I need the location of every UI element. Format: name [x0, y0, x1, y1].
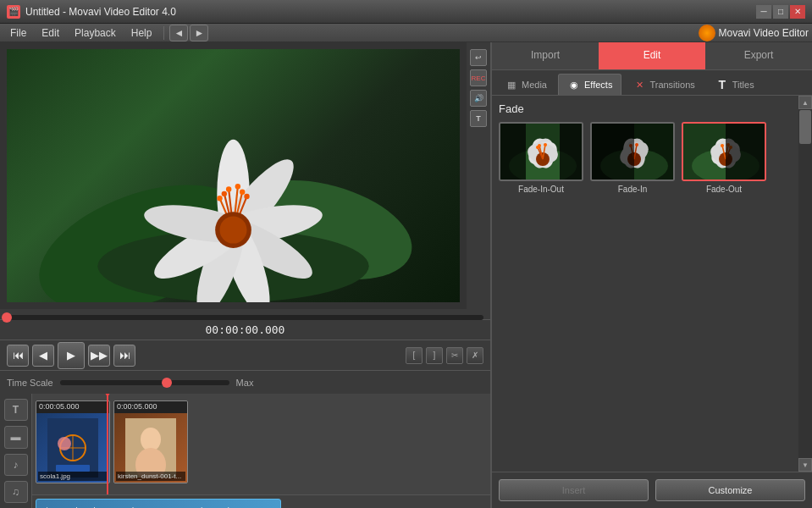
- rewind-ctrl[interactable]: ↩: [470, 49, 487, 66]
- svg-rect-73: [726, 124, 766, 181]
- clip1-time: 0:00:05.000: [36, 401, 109, 413]
- svg-point-18: [235, 184, 240, 189]
- scroll-down-button[interactable]: ▼: [798, 458, 812, 472]
- svg-point-19: [222, 191, 227, 196]
- fade-in-out-thumb: [499, 122, 583, 181]
- menu-bar: File Edit Playback Help ◄ ► Movavi Video…: [0, 24, 812, 42]
- panel-body: Fade: [492, 96, 812, 472]
- svg-point-20: [240, 190, 245, 195]
- svg-point-58: [635, 143, 638, 146]
- svg-point-24: [219, 217, 246, 244]
- window-title: Untitled - Movavi Video Editor 4.0: [25, 6, 756, 18]
- tab-export[interactable]: Export: [705, 42, 812, 69]
- undo-button[interactable]: ◄: [169, 25, 188, 41]
- rec-ctrl[interactable]: REC: [470, 69, 487, 86]
- effect-fade-in[interactable]: Fade-In: [590, 122, 675, 194]
- playhead: [107, 394, 108, 494]
- menu-file[interactable]: File: [3, 25, 33, 41]
- mark-in-button[interactable]: [: [406, 347, 423, 364]
- scroll-track[interactable]: [798, 109, 812, 458]
- subtab-media[interactable]: ▦ Media: [495, 74, 556, 95]
- timescale-slider[interactable]: [60, 380, 229, 385]
- panel-content: Fade: [492, 96, 798, 472]
- scroll-thumb[interactable]: [799, 110, 811, 144]
- close-button[interactable]: ✕: [790, 5, 805, 19]
- svg-point-30: [58, 437, 71, 450]
- svg-point-45: [544, 143, 547, 146]
- progress-track[interactable]: [7, 315, 483, 320]
- progress-thumb[interactable]: [2, 312, 12, 323]
- flower-svg: [7, 49, 460, 302]
- title-bar: 🎬 Untitled - Movavi Video Editor 4.0 ─ □…: [0, 0, 812, 24]
- subtab-titles-label: Titles: [732, 80, 754, 90]
- video-preview: [7, 49, 460, 302]
- effects-grid: Fade-In-Out: [499, 122, 792, 194]
- split-button[interactable]: ✂: [446, 347, 463, 364]
- subtab-transitions[interactable]: ✕ Transitions: [623, 74, 704, 95]
- tab-import[interactable]: Import: [492, 42, 599, 69]
- skip-to-end-button[interactable]: ⏭: [113, 345, 135, 367]
- effect-fade-in-out[interactable]: Fade-In-Out: [499, 122, 583, 194]
- menu-edit[interactable]: Edit: [35, 25, 66, 41]
- text-ctrl[interactable]: T: [470, 110, 487, 127]
- video-track-tool[interactable]: ▬: [4, 426, 28, 448]
- edit-subtabs: ▦ Media ◉ Effects ✕ Transitions T Titles: [492, 70, 812, 96]
- scroll-up-button[interactable]: ▲: [798, 96, 812, 109]
- app-icon: 🎬: [7, 5, 20, 19]
- audio-tool-2[interactable]: ♫: [4, 481, 28, 503]
- subtab-titles[interactable]: T Titles: [706, 74, 764, 95]
- audio-clip[interactable]: Fiona Apple- Why Try To Change Me Now.mp…: [36, 499, 281, 508]
- delete-clip-button[interactable]: ✗: [467, 347, 483, 364]
- video-clip-1[interactable]: 0:00:05.000 scola1.jpg: [36, 400, 110, 483]
- minimize-button[interactable]: ─: [756, 5, 771, 19]
- timeline-content: 0:00:05.000 scola1.jpg: [32, 394, 490, 508]
- maximize-button[interactable]: □: [773, 5, 788, 19]
- window-controls: ─ □ ✕: [756, 5, 805, 19]
- svg-point-21: [244, 194, 249, 199]
- playback-controls: ⏮ ◀ ▶ ▶▶ ⏭ [ ] ✂ ✗: [0, 340, 490, 370]
- step-forward-button[interactable]: ▶▶: [88, 345, 110, 367]
- customize-button[interactable]: Customize: [655, 479, 805, 501]
- svg-point-70: [721, 144, 724, 147]
- tab-edit[interactable]: Edit: [599, 42, 705, 69]
- effect-fade-out[interactable]: Fade-Out: [682, 122, 766, 194]
- timescale-max-label: Max: [236, 378, 254, 388]
- video-clip-2[interactable]: 0:00:05.000 kirsten_dunst-001-t...: [113, 400, 188, 483]
- preview-area: ↩ REC 🔊 T: [0, 42, 490, 309]
- panel-scrollbar: ▲ ▼: [798, 96, 812, 472]
- text-tool[interactable]: T: [4, 399, 28, 421]
- subtab-transitions-label: Transitions: [649, 80, 694, 90]
- right-panel: Import Edit Export ▦ Media ◉ Effects ✕ T…: [490, 42, 812, 508]
- video-track: 0:00:05.000 scola1.jpg: [32, 394, 490, 495]
- left-panel: ↩ REC 🔊 T 00:00:00.000 ⏮ ◀ ▶ ▶▶ ⏭ [: [0, 42, 490, 508]
- timecode-bar: 00:00:00.000: [0, 319, 490, 340]
- subtab-effects[interactable]: ◉ Effects: [558, 74, 621, 95]
- playback-bar: [0, 309, 490, 319]
- svg-rect-48: [560, 124, 583, 181]
- titles-icon: T: [715, 78, 729, 91]
- skip-to-start-button[interactable]: ⏮: [7, 345, 29, 367]
- volume-ctrl[interactable]: 🔊: [470, 90, 487, 107]
- fade-in-out-label: Fade-In-Out: [518, 185, 564, 194]
- fade-in-thumb: [590, 122, 675, 181]
- effects-icon: ◉: [567, 78, 581, 91]
- timescale-thumb[interactable]: [162, 378, 172, 388]
- timescale-bar: Time Scale Max: [0, 370, 490, 394]
- audio-tool-1[interactable]: ♪: [4, 454, 28, 476]
- brand-area: Movavi Video Editor: [699, 25, 809, 41]
- svg-rect-59: [592, 124, 634, 181]
- fade-in-bg: [592, 124, 673, 179]
- fade-out-thumb: [682, 122, 766, 181]
- menu-playback[interactable]: Playback: [68, 25, 123, 41]
- fade-out-label: Fade-Out: [706, 185, 742, 194]
- timeline-tools: T ▬ ♪ ♫: [0, 394, 32, 508]
- timeline: T ▬ ♪ ♫ 0:00:05.000: [0, 394, 490, 508]
- step-back-button[interactable]: ◀: [32, 345, 54, 367]
- redo-button[interactable]: ►: [190, 25, 208, 41]
- insert-button[interactable]: Insert: [499, 479, 649, 501]
- svg-point-22: [217, 196, 222, 201]
- play-button[interactable]: ▶: [58, 342, 85, 369]
- menu-help[interactable]: Help: [124, 25, 159, 41]
- mark-out-button[interactable]: ]: [426, 347, 443, 364]
- svg-point-32: [141, 428, 161, 451]
